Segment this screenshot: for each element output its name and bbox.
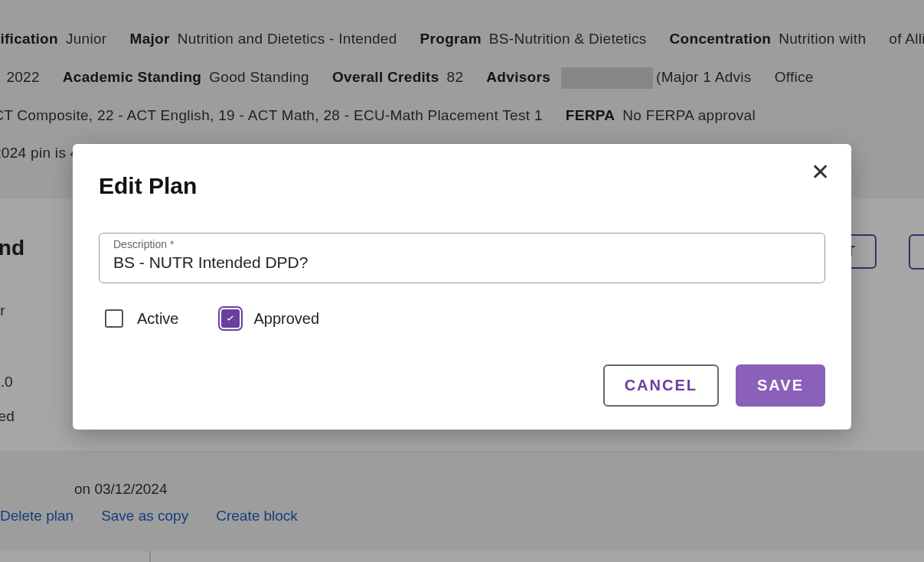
description-input[interactable] bbox=[113, 253, 811, 272]
cancel-button[interactable]: CANCEL bbox=[603, 364, 719, 407]
background: uateClassificationJuniorMajorNutrition a… bbox=[0, 0, 924, 562]
modal-actions: CANCEL SAVE bbox=[99, 364, 825, 407]
close-icon: ✕ bbox=[811, 159, 830, 185]
checkbox-row: Active Approved bbox=[105, 309, 825, 328]
approved-label: Approved bbox=[253, 310, 319, 328]
description-label: Description * bbox=[113, 238, 174, 250]
active-checkbox[interactable]: Active bbox=[105, 309, 178, 328]
description-field[interactable]: Description * bbox=[99, 233, 825, 283]
approved-checkbox[interactable]: Approved bbox=[221, 309, 319, 328]
edit-plan-modal: Edit Plan ✕ Description * Active Approve… bbox=[73, 144, 851, 430]
check-icon bbox=[224, 312, 237, 325]
save-button[interactable]: SAVE bbox=[736, 364, 825, 407]
checkbox-box bbox=[221, 309, 240, 328]
modal-title: Edit Plan bbox=[99, 173, 825, 199]
active-label: Active bbox=[137, 310, 178, 328]
checkbox-box bbox=[105, 309, 123, 328]
close-modal-button[interactable]: ✕ bbox=[811, 161, 830, 184]
